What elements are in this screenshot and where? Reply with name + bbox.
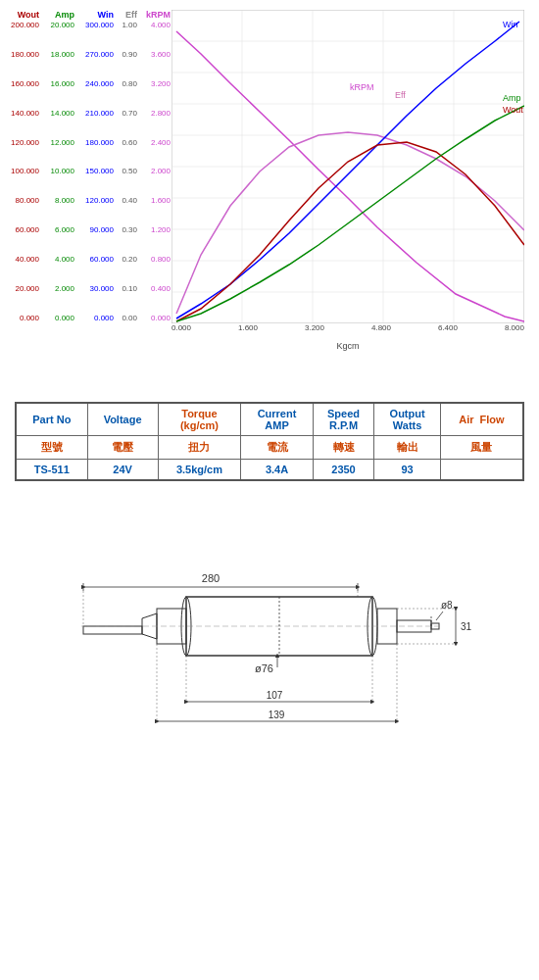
table-header-en-row: Part No Voltage Torque(kg/cm) CurrentAMP… bbox=[16, 403, 523, 436]
th-voltage: Voltage bbox=[87, 403, 158, 436]
chart-section: Wout Amp Win Eff kRPM 200.00020.000300.0… bbox=[0, 0, 539, 382]
y-cell-9-2: 30.000 bbox=[76, 284, 114, 293]
y-cell-3-1: 14.000 bbox=[41, 109, 74, 118]
svg-line-40 bbox=[436, 612, 443, 620]
y-cell-6-2: 120.000 bbox=[76, 196, 114, 205]
th-torque: Torque(kg/cm) bbox=[158, 403, 241, 436]
svg-text:Win: Win bbox=[503, 20, 518, 29]
y-cell-6-3: 0.40 bbox=[116, 196, 137, 205]
y-cell-10-0: 0.000 bbox=[2, 314, 39, 322]
x-tick-3: 4.800 bbox=[371, 323, 391, 332]
y-cell-0-0: 200.000 bbox=[2, 21, 39, 29]
td-speed: 2350 bbox=[313, 460, 374, 481]
y-cell-9-1: 2.000 bbox=[41, 284, 74, 293]
y-cell-1-1: 18.000 bbox=[41, 50, 74, 59]
y-cell-3-0: 140.000 bbox=[2, 109, 39, 118]
y-cell-6-0: 80.000 bbox=[2, 196, 39, 205]
x-tick-4: 6.400 bbox=[438, 323, 458, 332]
y-row-8: 40.0004.00060.0000.200.800 bbox=[2, 255, 171, 264]
x-tick-2: 3.200 bbox=[305, 323, 324, 332]
svg-text:ø76: ø76 bbox=[255, 662, 273, 674]
y-cell-8-3: 0.20 bbox=[116, 255, 137, 264]
y-cell-5-0: 100.000 bbox=[2, 167, 39, 175]
th-speed: SpeedR.P.M bbox=[313, 403, 374, 436]
y-cell-4-1: 12.000 bbox=[41, 138, 74, 147]
svg-rect-19 bbox=[83, 626, 142, 634]
td-torque: 3.5kg/cm bbox=[158, 460, 241, 481]
y-cell-5-4: 2.000 bbox=[139, 167, 171, 175]
y-cell-10-2: 0.000 bbox=[76, 314, 114, 322]
y-cell-0-3: 1.00 bbox=[116, 21, 137, 29]
table-section: Part No Voltage Torque(kg/cm) CurrentAMP… bbox=[0, 392, 539, 491]
svg-text:280: 280 bbox=[202, 572, 220, 584]
y-cell-7-2: 90.000 bbox=[76, 225, 114, 234]
td-current: 3.4A bbox=[241, 460, 313, 481]
y-cell-4-0: 120.000 bbox=[2, 138, 39, 147]
y-header-wout: Wout bbox=[2, 10, 39, 20]
y-row-10: 0.0000.0000.0000.000.000 bbox=[2, 314, 171, 322]
y-row-6: 80.0008.000120.0000.401.600 bbox=[2, 196, 171, 205]
y-cell-2-3: 0.80 bbox=[116, 79, 137, 88]
th-cn-part-no: 型號 bbox=[16, 436, 87, 460]
y-cell-2-2: 240.000 bbox=[76, 79, 114, 88]
drawing-section: 280 ø76 ø8 31 107 139 bbox=[0, 491, 539, 765]
th-part-no: Part No bbox=[16, 403, 87, 436]
y-cell-1-0: 180.000 bbox=[2, 50, 39, 59]
th-cn-current: 電流 bbox=[241, 436, 313, 460]
svg-text:107: 107 bbox=[267, 690, 283, 701]
th-cn-output: 輸出 bbox=[374, 436, 440, 460]
y-cell-0-4: 4.000 bbox=[139, 21, 171, 29]
y-row-1: 180.00018.000270.0000.903.600 bbox=[2, 50, 171, 59]
y-cell-10-4: 0.000 bbox=[139, 314, 171, 322]
svg-text:Amp: Amp bbox=[503, 93, 521, 103]
y-cell-4-3: 0.60 bbox=[116, 138, 137, 147]
y-cell-6-1: 8.000 bbox=[41, 196, 74, 205]
y-row-2: 160.00016.000240.0000.803.200 bbox=[2, 79, 171, 88]
svg-text:Eff: Eff bbox=[395, 90, 406, 100]
y-cell-4-4: 2.400 bbox=[139, 138, 171, 147]
y-cell-5-3: 0.50 bbox=[116, 167, 137, 175]
y-cell-1-4: 3.600 bbox=[139, 50, 171, 59]
th-airflow: Air Flow bbox=[440, 403, 523, 436]
x-axis-label: Kgcm bbox=[336, 341, 359, 351]
svg-text:ø8: ø8 bbox=[441, 600, 453, 611]
th-cn-torque: 扭力 bbox=[158, 436, 241, 460]
y-cell-9-4: 0.400 bbox=[139, 284, 171, 293]
table-data-row: TS-511 24V 3.5kg/cm 3.4A 2350 93 bbox=[16, 460, 523, 481]
y-cell-8-4: 0.800 bbox=[139, 255, 171, 264]
y-row-5: 100.00010.000150.0000.502.000 bbox=[2, 167, 171, 175]
x-tick-5: 8.000 bbox=[505, 323, 524, 332]
y-cell-0-1: 20.000 bbox=[41, 21, 74, 29]
y-cell-3-4: 2.800 bbox=[139, 109, 171, 118]
y-cell-0-2: 300.000 bbox=[76, 21, 114, 29]
y-cell-10-3: 0.00 bbox=[116, 314, 137, 322]
y-cell-9-0: 20.000 bbox=[2, 284, 39, 293]
chart-plot: Win Wout Amp Eff kRPM bbox=[172, 10, 524, 323]
th-cn-airflow: 風量 bbox=[440, 436, 523, 460]
y-row-9: 20.0002.00030.0000.100.400 bbox=[2, 284, 171, 293]
y-cell-5-2: 150.000 bbox=[76, 167, 114, 175]
y-cell-3-2: 210.000 bbox=[76, 109, 114, 118]
y-cell-9-3: 0.10 bbox=[116, 284, 137, 293]
x-tick-0: 0.000 bbox=[172, 323, 191, 332]
th-current: CurrentAMP bbox=[241, 403, 313, 436]
y-cell-7-0: 60.000 bbox=[2, 225, 39, 234]
y-cell-10-1: 0.000 bbox=[41, 314, 74, 322]
y-cell-7-3: 0.30 bbox=[116, 225, 137, 234]
y-cell-1-3: 0.90 bbox=[116, 50, 137, 59]
y-row-7: 60.0006.00090.0000.301.200 bbox=[2, 225, 171, 234]
y-header-amp: Amp bbox=[41, 10, 74, 20]
y-header-krpm: kRPM bbox=[139, 10, 171, 20]
svg-text:Wout: Wout bbox=[503, 105, 523, 115]
y-row-4: 120.00012.000180.0000.602.400 bbox=[2, 138, 171, 147]
x-tick-1: 1.600 bbox=[238, 323, 258, 332]
svg-text:31: 31 bbox=[461, 621, 472, 632]
y-cell-2-1: 16.000 bbox=[41, 79, 74, 88]
spec-table: Part No Voltage Torque(kg/cm) CurrentAMP… bbox=[15, 402, 524, 481]
y-cell-7-4: 1.200 bbox=[139, 225, 171, 234]
mechanical-drawing: 280 ø76 ø8 31 107 139 bbox=[24, 511, 514, 765]
y-cell-3-3: 0.70 bbox=[116, 109, 137, 118]
y-cell-8-2: 60.000 bbox=[76, 255, 114, 264]
svg-text:139: 139 bbox=[269, 710, 285, 720]
td-airflow bbox=[440, 460, 523, 481]
